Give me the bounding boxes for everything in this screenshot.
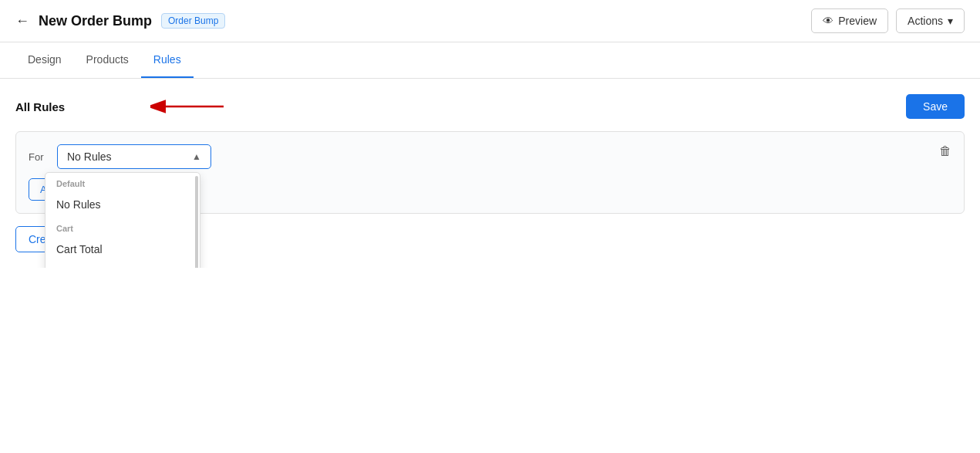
back-button[interactable]: ←	[15, 13, 29, 29]
preview-button[interactable]: 👁 Preview	[811, 8, 888, 33]
actions-button[interactable]: Actions ▾	[896, 8, 965, 33]
chevron-up-icon: ▲	[192, 151, 201, 162]
rule-card: For No Rules ▲ 🗑 Add C... Default No Rul…	[15, 131, 965, 214]
dropdown-item-cart-total[interactable]: Cart Total	[45, 236, 200, 262]
main-content: All Rules Save For No Rules ▲ 🗑 Add C...…	[0, 79, 980, 268]
rules-dropdown-menu: Default No Rules Cart Cart Total Cart To…	[45, 172, 200, 268]
header-right: 👁 Preview Actions ▾	[811, 8, 965, 33]
section-header: All Rules Save	[15, 94, 965, 119]
order-bump-badge: Order Bump	[161, 13, 225, 29]
save-button[interactable]: Save	[906, 94, 965, 119]
tabs-bar: Design Products Rules	[0, 42, 980, 79]
eye-icon: 👁	[823, 15, 834, 27]
trash-icon: 🗑	[939, 144, 951, 157]
dropdown-group-default: Default	[45, 173, 200, 191]
rules-dropdown-trigger[interactable]: No Rules ▲	[57, 144, 211, 169]
dropdown-item-cart-total-subtotal[interactable]: Cart Total (Subtotal)	[45, 262, 200, 268]
tab-rules[interactable]: Rules	[141, 42, 194, 78]
tab-products[interactable]: Products	[74, 42, 141, 78]
scrollbar	[195, 176, 198, 268]
header-left: ← New Order Bump Order Bump	[15, 13, 225, 29]
tab-design[interactable]: Design	[15, 42, 74, 78]
chevron-down-icon: ▾	[948, 15, 953, 27]
dropdown-group-cart: Cart	[45, 218, 200, 236]
rule-row: For No Rules ▲	[29, 144, 951, 169]
delete-rule-button[interactable]: 🗑	[939, 144, 951, 158]
for-label: For	[29, 151, 48, 163]
dropdown-item-no-rules[interactable]: No Rules	[45, 191, 200, 218]
section-title: All Rules	[15, 100, 65, 113]
page-title: New Order Bump	[39, 13, 152, 29]
header: ← New Order Bump Order Bump 👁 Preview Ac…	[0, 0, 980, 42]
dropdown-value: No Rules	[67, 150, 112, 163]
